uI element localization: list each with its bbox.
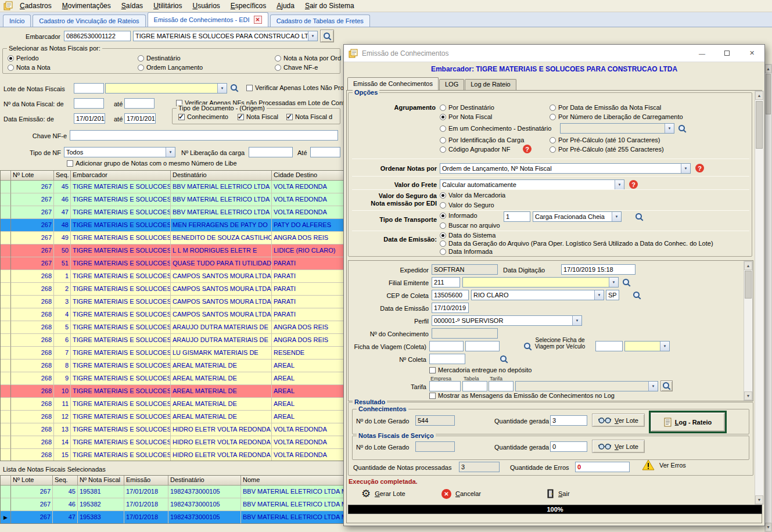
chevron-down-icon[interactable]: ▼ <box>612 212 621 221</box>
lote-checkbox[interactable]: Verificar Apenas Lotes Não Pro <box>246 84 344 91</box>
conhecimento-input[interactable] <box>432 328 498 339</box>
menu-item[interactable]: Saídas <box>116 0 148 12</box>
filial-combo[interactable]: ▼ <box>462 277 619 287</box>
checkbox-nota-fiscal[interactable]: Nota Fiscal <box>238 113 278 120</box>
mercadoria-checkbox[interactable]: Mercadoria entregue no depósito <box>429 366 532 373</box>
radio-por-numero-liberacao[interactable]: Por Número de Liberação de Carregamento <box>550 113 683 120</box>
chevron-down-icon[interactable]: ▼ <box>594 290 604 300</box>
embarcador-code-input[interactable]: 08862530001122 <box>64 31 131 41</box>
maximize-button[interactable] <box>714 45 739 62</box>
radio-chave-nfe[interactable]: Chave NF-e <box>275 64 318 71</box>
tipo-transporte-input[interactable]: 1 <box>504 211 530 222</box>
search-icon[interactable] <box>678 124 687 133</box>
scroll-down-icon[interactable]: ▼ <box>755 495 763 504</box>
radio-por-nota-fiscal[interactable]: Por Nota Fiscal <box>440 113 492 120</box>
header-embarcador[interactable]: Embarcador <box>71 171 171 181</box>
scroll-thumb[interactable] <box>745 271 752 299</box>
header-lote[interactable]: Nº Lote <box>11 476 53 486</box>
help-icon[interactable] <box>523 145 532 153</box>
scroll-down-icon[interactable]: ▼ <box>765 523 771 531</box>
log-rateio-button[interactable]: Log - Rateio <box>651 412 725 432</box>
menu-item[interactable]: Específicos <box>225 0 271 12</box>
main-tab[interactable]: Cadastro de Tabelas de Fretes ✕ <box>270 15 370 27</box>
gerar-lote-button[interactable]: Gerar Lote <box>361 486 405 501</box>
checkbox-conhecimento[interactable]: Conhecimento <box>178 113 228 120</box>
chevron-down-icon[interactable]: ▼ <box>660 342 669 351</box>
header-destinatario[interactable]: Destinatário <box>171 171 272 181</box>
menu-item[interactable]: Ajuda <box>271 0 300 12</box>
cidade-combo[interactable]: RIO CLARO▼ <box>471 290 604 300</box>
chevron-down-icon[interactable]: ▼ <box>572 316 581 325</box>
minimize-button[interactable]: — <box>690 45 714 62</box>
chave-nfe-input[interactable] <box>70 130 338 141</box>
search-icon[interactable] <box>622 278 631 287</box>
mensagens-checkbox[interactable]: Mostrar as Mensagens da Emissão de Conhe… <box>429 392 615 399</box>
scroll-down-icon[interactable]: ▼ <box>744 391 752 400</box>
radio-nota-a-nota[interactable]: Nota a Nota <box>8 64 51 71</box>
header-seq[interactable]: Seq. <box>54 171 71 181</box>
embarcador-combo[interactable]: TIGRE MATERIAIS E SOLUCOES PARA CONSTRUC… <box>133 31 318 41</box>
frete-combo[interactable]: Calcular automaticamente▼ <box>440 179 624 190</box>
radio-codigo-agrupador[interactable]: Código Agrupador NF <box>440 146 510 153</box>
scroll-thumb[interactable] <box>756 101 763 149</box>
menu-item[interactable]: Sair do Sistema <box>300 0 360 12</box>
dialog-tab[interactable]: Emissão de Conhecimentos <box>347 77 439 90</box>
ficha-input-1[interactable] <box>429 341 464 351</box>
perfil-combo[interactable]: 000001-º SUPERVISOR▼ <box>432 315 582 326</box>
chevron-down-icon[interactable]: ▼ <box>609 278 618 287</box>
ficha-veiculo-combo[interactable]: ▼ <box>624 341 670 351</box>
nfs-ver-lote-button[interactable]: Ver Lote <box>592 440 645 453</box>
tarifa-combo[interactable]: ▼ <box>515 381 658 391</box>
main-tab[interactable]: Emissão de Conhecimentos - EDI ✕ <box>148 12 268 27</box>
chevron-down-icon[interactable]: ▼ <box>681 164 690 173</box>
ver-lote-button[interactable]: Ver Lote <box>592 414 645 427</box>
search-icon[interactable] <box>633 291 641 300</box>
scroll-thumb[interactable] <box>766 74 771 114</box>
header-emissao[interactable]: Emissão <box>124 476 168 486</box>
radio-em-um-conhecimento[interactable]: Em um Conhecimento - Destinatário <box>440 125 551 132</box>
radio-ordem-lancamento[interactable]: Ordem Lançamento <box>138 64 203 71</box>
scroll-up-icon[interactable]: ▲ <box>744 261 752 270</box>
radio-data-informada[interactable]: Data Informada <box>440 248 493 255</box>
data-emissao-input[interactable]: 17/10/2019 <box>432 303 469 313</box>
lote-input[interactable] <box>74 83 104 94</box>
chevron-down-icon[interactable]: ▼ <box>615 180 624 189</box>
radio-periodo[interactable]: Período <box>8 55 39 62</box>
liberacao-ate-input[interactable] <box>310 147 340 157</box>
radio-pre-calculo-255[interactable]: Por Pré-Cálculo (até 255 Caracteres) <box>550 146 664 153</box>
tab-close-icon[interactable]: ✕ <box>254 16 262 24</box>
liberacao-input[interactable] <box>249 147 293 157</box>
chevron-down-icon[interactable]: ▼ <box>648 382 658 391</box>
close-button[interactable]: ✕ <box>739 45 764 62</box>
nf-ate-input[interactable] <box>124 98 155 109</box>
dialog-titlebar[interactable]: Emissão de Conhecimentos — ✕ <box>344 45 764 62</box>
menu-item[interactable]: Usuários <box>187 0 225 12</box>
radio-valor-seguro[interactable]: Valor do Seguro <box>440 202 494 209</box>
sair-button[interactable]: Sair <box>547 486 570 501</box>
nf-de-input[interactable] <box>74 98 104 109</box>
search-icon[interactable] <box>635 213 644 221</box>
menu-item[interactable]: Movimentações <box>57 0 116 12</box>
dialog-tab[interactable]: Log de Rateio <box>465 79 516 90</box>
panel-vertical-scrollbar[interactable]: ▲ ▼ <box>744 261 753 401</box>
tarifa-empresa-input[interactable] <box>429 381 461 391</box>
lote-search-icon[interactable] <box>230 84 239 92</box>
ver-erros-button[interactable]: Ver Erros <box>642 459 686 470</box>
cancelar-button[interactable]: Cancelar <box>441 486 481 501</box>
tarifa-tarifa-input[interactable] <box>489 381 514 391</box>
tipo-nf-combo[interactable]: Todos ▼ <box>64 147 175 157</box>
ficha-veiculo-input[interactable] <box>595 341 623 351</box>
radio-data-sistema[interactable]: Data do Sistema <box>440 232 495 239</box>
radio-buscar-arquivo[interactable]: Buscar no arquivo <box>440 222 500 229</box>
menu-item[interactable]: Cadastros <box>15 0 57 12</box>
radio-por-identificacao[interactable]: Por Identificação da Carga <box>440 136 524 143</box>
ficha-input-2[interactable] <box>465 341 500 351</box>
dialog-tab[interactable]: LOG <box>439 79 464 90</box>
data-de-input[interactable]: 17/01/2018 <box>74 113 105 124</box>
radio-nota-por-ordem[interactable]: Nota a Nota por Ord <box>275 55 341 62</box>
liberacao-combo[interactable]: ▼ <box>560 123 674 134</box>
lote-combo[interactable]: ▼ <box>105 83 227 94</box>
uf-input[interactable]: SP <box>606 290 619 300</box>
help-icon[interactable] <box>629 180 638 189</box>
filial-input[interactable]: 211 <box>432 277 460 287</box>
